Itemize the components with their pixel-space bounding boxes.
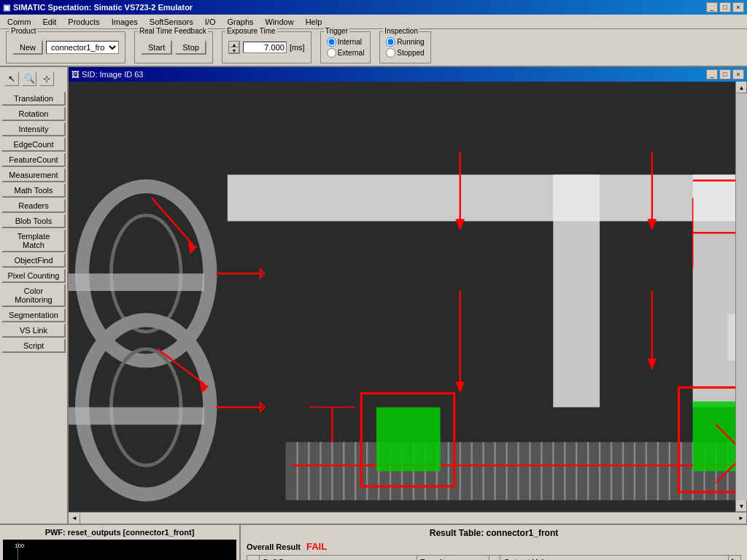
sidebar-edgecount[interactable]: EdgeCount bbox=[1, 137, 66, 152]
exposure-input[interactable] bbox=[243, 42, 287, 53]
menu-window[interactable]: Window bbox=[261, 16, 298, 28]
scroll-down-button[interactable]: ▼ bbox=[736, 500, 747, 512]
sidebar-objectfind[interactable]: ObjectFind bbox=[1, 253, 66, 268]
product-select[interactable]: connector1_front bbox=[46, 41, 119, 54]
image-area-wrapper: 🖼 SID: Image ID 63 _ □ × bbox=[69, 67, 747, 524]
image-title-text: SID: Image ID 63 bbox=[82, 70, 143, 79]
col-softsensor[interactable]: SoftSensor bbox=[260, 556, 417, 561]
trigger-radio-group: Internal External bbox=[327, 37, 365, 58]
svg-rect-13 bbox=[69, 407, 204, 424]
sidebar-vslink[interactable]: VS Link bbox=[1, 323, 66, 338]
image-content: ▲ ▼ bbox=[69, 82, 747, 512]
menu-io[interactable]: I/O bbox=[201, 16, 220, 28]
menu-graphs[interactable]: Graphs bbox=[222, 16, 258, 28]
image-title: 🖼 SID: Image ID 63 bbox=[71, 70, 143, 79]
menu-bar: Comm Edit Products Images SoftSensors I/… bbox=[0, 15, 747, 29]
history-chart: 100 75 50 25 0 100 Percent History Sweep bbox=[3, 540, 236, 560]
trigger-external[interactable]: External bbox=[327, 48, 365, 58]
sidebar-tools: ↖ 🔍 ⊹ bbox=[1, 70, 66, 88]
image-close-button[interactable]: × bbox=[732, 69, 744, 79]
title-bar-text: SIMATIC Spectation: Simatic VS723-2 Emul… bbox=[13, 3, 193, 12]
maximize-button[interactable]: □ bbox=[719, 2, 731, 12]
menu-products[interactable]: Products bbox=[63, 16, 104, 28]
scroll-right-button[interactable]: ► bbox=[735, 513, 747, 524]
svg-rect-11 bbox=[727, 314, 735, 361]
bottom-section: PWF: reset_outputs [connector1_front] 10… bbox=[0, 524, 747, 560]
col-arrow[interactable] bbox=[247, 556, 260, 561]
menu-edit[interactable]: Edit bbox=[38, 16, 61, 28]
rtf-label: Real Time Feedback bbox=[138, 27, 208, 35]
product-label: Product bbox=[9, 27, 37, 35]
svg-rect-8 bbox=[693, 175, 735, 408]
sidebar-readers[interactable]: Readers bbox=[1, 198, 66, 213]
svg-rect-55 bbox=[693, 402, 735, 472]
sidebar-pixelcounting[interactable]: Pixel Counting bbox=[1, 268, 66, 283]
menu-images[interactable]: Images bbox=[107, 16, 142, 28]
product-group: Product New connector1_front bbox=[6, 31, 125, 63]
image-minimize-button[interactable]: _ bbox=[706, 69, 718, 79]
col-result[interactable]: Result bbox=[417, 556, 489, 561]
sidebar-featurecount[interactable]: FeatureCount bbox=[1, 152, 66, 167]
sidebar-templatematch[interactable]: Template Match bbox=[1, 229, 66, 252]
pcb-image bbox=[69, 82, 735, 512]
new-button[interactable]: New bbox=[12, 40, 43, 55]
image-title-buttons: _ □ × bbox=[706, 69, 744, 79]
sidebar-blobtools[interactable]: Blob Tools bbox=[1, 214, 66, 228]
svg-rect-7 bbox=[553, 175, 600, 408]
pwf-title: PWF: reset_outputs [connector1_front] bbox=[3, 528, 236, 537]
stop-button[interactable]: Stop bbox=[175, 40, 206, 55]
minimize-button[interactable]: _ bbox=[706, 2, 718, 12]
col-end[interactable]: ▶ bbox=[729, 556, 741, 561]
inspection-stopped[interactable]: Stopped bbox=[386, 48, 424, 58]
sidebar-intensity[interactable]: Intensity bbox=[1, 122, 66, 136]
zoom-tool-icon[interactable]: 🔍 bbox=[22, 71, 36, 86]
inspection-group: Inspection Running Stopped bbox=[379, 31, 430, 63]
sidebar-translation[interactable]: Translation bbox=[1, 91, 66, 106]
col-sort2[interactable]: < bbox=[489, 556, 500, 561]
horizontal-scrollbar[interactable]: ◄ ► bbox=[69, 512, 747, 524]
start-button[interactable]: Start bbox=[141, 40, 172, 55]
sidebar-script[interactable]: Script bbox=[1, 338, 66, 353]
trigger-label: Trigger bbox=[324, 27, 349, 35]
app-icon: ▣ bbox=[3, 3, 10, 12]
close-button[interactable]: × bbox=[732, 2, 744, 12]
chart-axis-y bbox=[18, 542, 18, 560]
menu-comm[interactable]: Comm bbox=[3, 16, 35, 28]
result-panel: Result Table: connector1_front Overall R… bbox=[241, 525, 747, 560]
sidebar: ↖ 🔍 ⊹ Translation Rotation Intensity Edg… bbox=[0, 67, 69, 524]
svg-rect-6 bbox=[228, 175, 735, 222]
overall-result: Overall Result FAIL bbox=[247, 541, 741, 552]
exposure-label: Exposure Time bbox=[225, 27, 277, 35]
inspection-running[interactable]: Running bbox=[386, 37, 424, 47]
sidebar-mathtools[interactable]: Math Tools bbox=[1, 183, 66, 198]
vertical-scrollbar[interactable]: ▲ ▼ bbox=[735, 82, 747, 512]
sidebar-measurement[interactable]: Measurement bbox=[1, 168, 66, 182]
svg-rect-12 bbox=[69, 273, 204, 291]
rtf-group: Real Time Feedback Start Stop bbox=[134, 31, 213, 63]
image-maximize-button[interactable]: □ bbox=[719, 69, 731, 79]
exposure-spinner[interactable]: ▲ ▼ bbox=[228, 41, 240, 54]
sidebar-colormonitoring[interactable]: Color Monitoring bbox=[1, 284, 66, 307]
col-output[interactable]: Output Value bbox=[500, 556, 729, 561]
scroll-left-button[interactable]: ◄ bbox=[69, 513, 80, 524]
spin-down-icon[interactable]: ▼ bbox=[229, 47, 239, 53]
spin-up-icon[interactable]: ▲ bbox=[229, 42, 239, 47]
toolbar: Product New connector1_front Real Time F… bbox=[0, 29, 747, 67]
product-dropdown: connector1_front bbox=[46, 41, 119, 54]
pwf-panel: PWF: reset_outputs [connector1_front] 10… bbox=[0, 525, 241, 560]
sidebar-segmentation[interactable]: Segmentation bbox=[1, 308, 66, 322]
scroll-up-button[interactable]: ▲ bbox=[736, 82, 747, 93]
overall-result-value: FAIL bbox=[306, 541, 327, 552]
menu-help[interactable]: Help bbox=[301, 16, 327, 28]
title-bar-left: ▣ SIMATIC Spectation: Simatic VS723-2 Em… bbox=[3, 3, 193, 12]
crosshair-tool-icon[interactable]: ⊹ bbox=[39, 71, 54, 86]
sidebar-rotation[interactable]: Rotation bbox=[1, 106, 66, 121]
overall-result-label: Overall Result bbox=[247, 542, 301, 551]
select-tool-icon[interactable]: ↖ bbox=[4, 71, 19, 86]
image-title-bar: 🖼 SID: Image ID 63 _ □ × bbox=[69, 67, 747, 82]
menu-softsensors[interactable]: SoftSensors bbox=[145, 16, 198, 28]
exposure-unit: [ms] bbox=[290, 43, 305, 52]
trigger-internal[interactable]: Internal bbox=[327, 37, 365, 47]
main-area: ↖ 🔍 ⊹ Translation Rotation Intensity Edg… bbox=[0, 67, 747, 524]
svg-rect-54 bbox=[376, 407, 441, 471]
